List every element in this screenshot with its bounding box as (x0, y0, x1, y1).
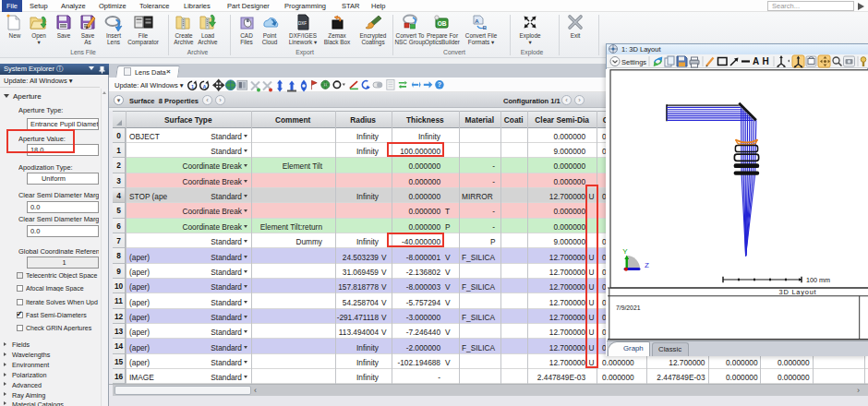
svg-text:Linework ▾: Linework ▾ (289, 39, 318, 45)
svg-text:Convert: Convert (443, 49, 465, 55)
svg-text:Cloud: Cloud (262, 39, 278, 45)
svg-text:Exit: Exit (571, 32, 581, 39)
svg-text:New: New (9, 32, 21, 39)
svg-text:NSC Group: NSC Group (394, 39, 425, 46)
svg-text:A: A (203, 84, 207, 90)
svg-text:Create: Create (175, 32, 193, 39)
svg-text:A: A (753, 56, 759, 66)
svg-text:Archive: Archive (187, 49, 209, 55)
svg-text:Formats ▾: Formats ▾ (468, 39, 495, 45)
svg-text:H: H (763, 56, 769, 66)
svg-text:Archive: Archive (174, 39, 194, 45)
svg-text:DXF/IGES: DXF/IGES (289, 32, 317, 39)
svg-text:Zemax: Zemax (328, 32, 346, 39)
svg-text:OpticsBuilder: OpticsBuilder (425, 39, 461, 46)
svg-text:CAD: CAD (240, 32, 253, 39)
svg-text:B: B (483, 25, 488, 30)
svg-text:DXF: DXF (298, 21, 307, 26)
svg-text:File: File (139, 32, 149, 39)
svg-text:Insert: Insert (106, 32, 121, 39)
svg-text:Coatings: Coatings (361, 39, 384, 46)
svg-text:1: 1 (191, 84, 194, 90)
svg-text:Explode: Explode (521, 49, 544, 56)
svg-text:?: ? (438, 81, 441, 88)
svg-text:Y: Y (622, 247, 628, 256)
svg-text:Black Box: Black Box (324, 39, 351, 45)
svg-text:100 mm: 100 mm (806, 276, 830, 284)
svg-text:Settings: Settings (621, 58, 646, 66)
svg-text:OB: OB (438, 20, 447, 27)
svg-text:▾: ▾ (37, 39, 41, 45)
svg-text:Save: Save (57, 32, 71, 39)
svg-text:Point: Point (263, 32, 277, 39)
svg-text:Convert File: Convert File (465, 32, 498, 39)
svg-text:Lens File: Lens File (70, 49, 96, 55)
svg-text:Export: Export (295, 49, 314, 56)
svg-text:Archive: Archive (198, 39, 218, 45)
svg-text:Files: Files (240, 39, 253, 45)
svg-text:7/9/2021: 7/9/2021 (616, 304, 641, 311)
svg-text:A: A (475, 18, 479, 24)
svg-text:As: As (84, 39, 90, 45)
svg-text:Comparator: Comparator (127, 39, 160, 46)
svg-text:Lens: Lens (107, 39, 120, 45)
svg-text:Convert To: Convert To (396, 32, 425, 39)
svg-text:Load: Load (201, 32, 215, 39)
svg-text:3D Layout: 3D Layout (779, 288, 817, 296)
svg-text:▾: ▾ (528, 39, 532, 45)
svg-text:Save: Save (81, 32, 95, 39)
svg-text:Z: Z (645, 261, 649, 269)
